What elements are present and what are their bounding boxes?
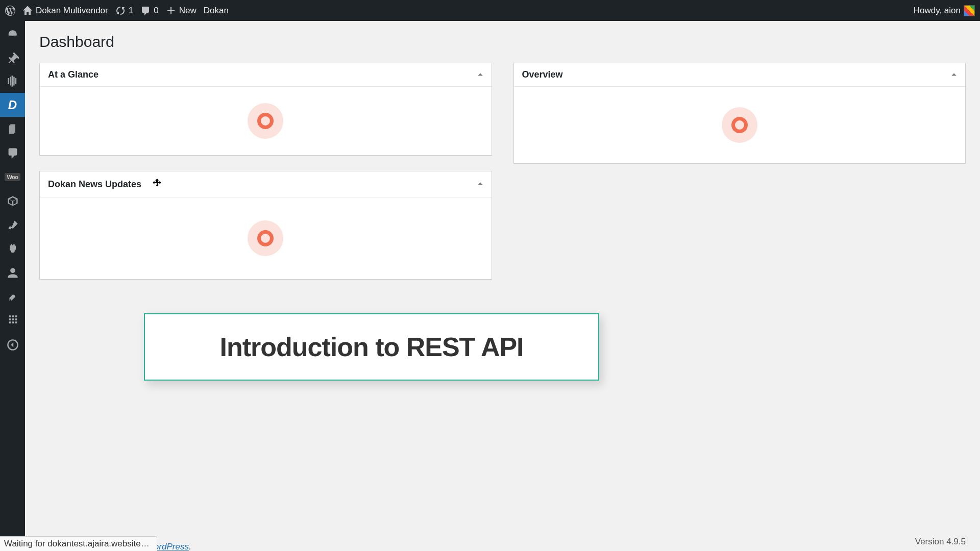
sidebar-collapse[interactable] (0, 333, 25, 357)
site-name: Dokan Multivendor (36, 6, 108, 16)
comment-icon (140, 6, 151, 16)
chevron-up-icon (477, 71, 483, 78)
widget-at-a-glance: At a Glance (39, 63, 492, 156)
main-content: Dashboard At a Glance Dok (25, 21, 980, 551)
loading-spinner (248, 103, 283, 139)
sidebar-users[interactable] (0, 261, 25, 285)
sidebar-products[interactable] (0, 189, 25, 213)
wp-logo[interactable] (5, 6, 15, 16)
collapse-toggle[interactable] (951, 70, 957, 80)
spinner-inner (731, 117, 748, 133)
widget-header[interactable]: Dokan News Updates (40, 171, 492, 197)
widget-header[interactable]: Overview (514, 63, 966, 87)
sidebar-posts[interactable] (0, 45, 25, 69)
widget-columns: At a Glance Dokan News Updates (39, 63, 966, 280)
wordpress-icon (5, 6, 15, 16)
move-icon (152, 178, 163, 189)
chevron-up-icon (477, 181, 483, 187)
spinner-inner (257, 230, 274, 246)
home-icon (22, 6, 33, 16)
collapse-icon (7, 339, 19, 351)
collapse-toggle[interactable] (477, 180, 483, 189)
sidebar-tools[interactable] (0, 285, 25, 309)
sidebar-dashboard[interactable] (0, 21, 25, 45)
loading-spinner (722, 107, 757, 143)
admin-bar-right: Howdy, aion (914, 5, 975, 16)
collapse-toggle[interactable] (477, 70, 483, 80)
brush-icon (7, 219, 19, 231)
admin-sidebar: D Woo (0, 21, 25, 551)
admin-bar-left: Dokan Multivendor 1 0 New Dokan (5, 6, 229, 16)
widget-title: At a Glance (48, 69, 99, 80)
widget-dokan-news: Dokan News Updates (39, 171, 492, 280)
site-home-link[interactable]: Dokan Multivendor (22, 6, 108, 16)
callout-text: Introduction to REST API (219, 332, 523, 362)
widget-column-left: At a Glance Dokan News Updates (39, 63, 492, 280)
sidebar-settings[interactable] (0, 309, 25, 333)
widget-body (40, 197, 492, 279)
footer: Thank you for creating with WordPress. V… (39, 537, 966, 547)
comments-link[interactable]: 0 (140, 6, 158, 16)
sidebar-dokan[interactable]: D (0, 93, 25, 117)
widget-overview: Overview (513, 63, 966, 164)
dashboard-icon (7, 27, 19, 39)
browser-status-bar: Waiting for dokantest.ajaira.website… (0, 536, 157, 551)
widget-title: Dokan News Updates (48, 179, 141, 190)
sidebar-woocommerce[interactable]: Woo (0, 165, 25, 189)
pin-icon (7, 51, 19, 63)
updates-link[interactable]: 1 (115, 6, 133, 16)
comment-count: 0 (154, 6, 158, 16)
spinner-inner (257, 113, 274, 129)
page-title: Dashboard (39, 33, 966, 51)
move-handle[interactable] (152, 178, 163, 191)
media-icon (7, 75, 19, 87)
thankyou-suffix: . (189, 542, 191, 551)
widget-body (514, 87, 966, 163)
update-count: 1 (129, 6, 133, 16)
settings-icon (7, 315, 19, 327)
widget-title: Overview (522, 69, 563, 80)
sidebar-plugins[interactable] (0, 237, 25, 261)
new-link[interactable]: New (166, 6, 197, 16)
wrench-icon (7, 291, 19, 303)
footer-version: Version 4.9.5 (915, 537, 966, 547)
sidebar-comments[interactable] (0, 141, 25, 165)
plus-icon (166, 6, 176, 16)
greeting-text: Howdy, aion (914, 6, 961, 16)
user-greeting[interactable]: Howdy, aion (914, 5, 975, 16)
loading-spinner (248, 220, 283, 256)
box-icon (7, 195, 19, 207)
dokan-link[interactable]: Dokan (204, 6, 229, 16)
new-label: New (179, 6, 197, 16)
sidebar-appearance[interactable] (0, 213, 25, 237)
dokan-d-icon: D (8, 98, 17, 112)
admin-bar: Dokan Multivendor 1 0 New Dokan Howdy, a… (0, 0, 980, 21)
plug-icon (7, 243, 19, 255)
woo-icon: Woo (5, 173, 20, 181)
avatar (964, 5, 975, 16)
user-icon (7, 267, 19, 279)
chevron-up-icon (951, 71, 957, 78)
callout-box: Introduction to REST API (144, 313, 599, 381)
comments-icon (7, 147, 19, 159)
sidebar-media[interactable] (0, 69, 25, 93)
dokan-label: Dokan (204, 6, 229, 16)
pages-icon (7, 123, 19, 135)
widget-body (40, 87, 492, 155)
updates-icon (115, 6, 126, 16)
sidebar-pages[interactable] (0, 117, 25, 141)
widget-header[interactable]: At a Glance (40, 63, 492, 87)
widget-column-right: Overview (513, 63, 966, 280)
